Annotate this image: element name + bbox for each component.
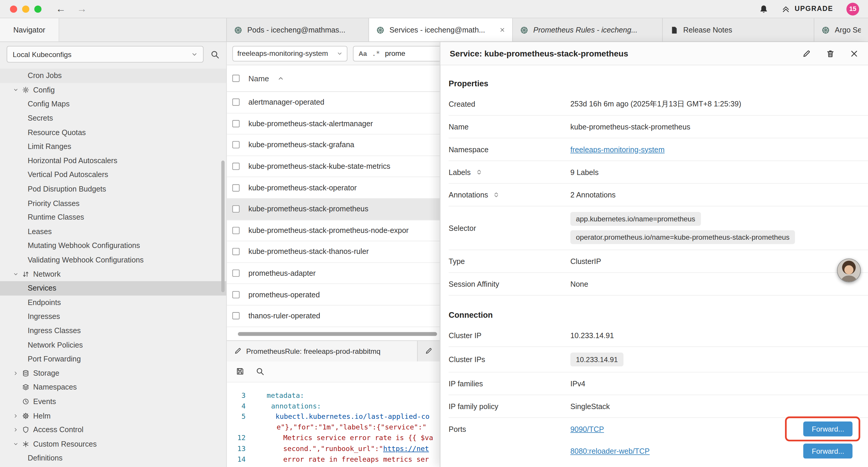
sidebar-item-ingresses[interactable]: Ingresses <box>0 310 226 324</box>
sidebar-item-mutating-webhook-configurations[interactable]: Mutating Webhook Configurations <box>0 238 226 253</box>
sidebar-item-horizontal-pod-autoscalers[interactable]: Horizontal Pod Autoscalers <box>0 154 226 168</box>
table-row[interactable]: kube-prometheus-stack-grafana <box>227 135 440 156</box>
row-checkbox[interactable] <box>232 227 239 234</box>
sidebar-item-definitions[interactable]: Definitions <box>0 451 226 465</box>
save-icon[interactable] <box>236 367 245 376</box>
namespace-link[interactable]: freeleaps-monitoring-system <box>570 145 665 154</box>
minimize-window-button[interactable] <box>22 5 29 12</box>
property-row: 8080:reloader-web/TCPForward... <box>449 440 868 462</box>
search-icon[interactable] <box>210 50 220 59</box>
table-row[interactable]: kube-prometheus-stack-operator <box>227 177 440 199</box>
notification-count-badge[interactable]: 15 <box>846 2 859 15</box>
table-row[interactable]: kube-prometheus-stack-alertmanager <box>227 113 440 135</box>
sort-ascending-icon[interactable] <box>278 76 284 82</box>
table-row[interactable]: kube-prometheus-stack-kube-state-metrics <box>227 156 440 177</box>
expander-icon[interactable] <box>493 192 500 198</box>
navigator-panel-tab[interactable]: Navigator <box>0 18 59 42</box>
notifications-bell-icon[interactable] <box>759 4 769 13</box>
kubernetes-icon <box>234 26 242 34</box>
sidebar-item-config[interactable]: Config <box>0 83 226 97</box>
row-checkbox[interactable] <box>232 269 239 276</box>
row-checkbox[interactable] <box>232 205 239 212</box>
sidebar-item-network-policies[interactable]: Network Policies <box>0 338 226 352</box>
sidebar-item-config-maps[interactable]: Config Maps <box>0 97 226 111</box>
forward-button[interactable]: → <box>77 4 87 14</box>
sidebar-item-leases[interactable]: Leases <box>0 224 226 238</box>
sidebar-item-services[interactable]: Services <box>0 281 226 295</box>
sidebar-item-cron-jobs[interactable]: Cron Jobs <box>0 68 226 83</box>
port-link[interactable]: 9090/TCP <box>570 425 604 433</box>
expander-icon[interactable] <box>476 169 482 175</box>
sidebar-item-helm[interactable]: Helm <box>0 408 226 423</box>
row-checkbox[interactable] <box>232 291 239 298</box>
sidebar-item-vertical-pod-autoscalers[interactable]: Vertical Pod Autoscalers <box>0 168 226 182</box>
tab-pods-icecheng-mathmas[interactable]: Pods - icecheng@mathmas... <box>227 18 369 42</box>
tab-release-notes[interactable]: Release Notes <box>663 18 814 42</box>
sidebar-item-network[interactable]: Network <box>0 267 226 281</box>
avatar[interactable] <box>837 258 861 282</box>
sidebar-item-runtime-classes[interactable]: Runtime Classes <box>0 210 226 224</box>
edit-icon[interactable] <box>802 49 811 58</box>
table-row[interactable]: alertmanager-operated <box>227 92 440 113</box>
pencil-icon <box>234 347 242 355</box>
sidebar-item-resource-quotas[interactable]: Resource Quotas <box>0 125 226 140</box>
sidebar-item-priority-classes[interactable]: Priority Classes <box>0 196 226 210</box>
row-checkbox[interactable] <box>232 141 239 148</box>
yaml-editor[interactable]: 3metadata:4annotations:5kubectl.kubernet… <box>227 382 440 467</box>
dock-tab-partial[interactable] <box>418 341 440 361</box>
row-checkbox[interactable] <box>232 163 239 170</box>
horizontal-scrollbar[interactable] <box>238 332 437 336</box>
port-forward-button[interactable]: Forward... <box>804 421 852 437</box>
upgrade-button[interactable]: UPGRADE <box>782 5 833 13</box>
dock-tab-prometheusrule[interactable]: PrometheusRule: freeleaps-prod-rabbitmq <box>227 341 418 361</box>
sidebar-item-storage[interactable]: Storage <box>0 366 226 380</box>
kubeconfig-select[interactable]: Local Kubeconfigs <box>6 46 204 62</box>
property-row-namespace: Namespacefreeleaps-monitoring-system <box>449 138 868 161</box>
tab-prometheus-rules-icecheng[interactable]: Prometheus Rules - icecheng... <box>513 18 663 42</box>
sidebar-item-ingress-classes[interactable]: Ingress Classes <box>0 324 226 338</box>
tab-label: Pods - icecheng@mathmas... <box>247 26 361 34</box>
name-column-header[interactable]: Name <box>248 74 269 83</box>
close-icon[interactable] <box>850 49 859 58</box>
regex-toggle[interactable]: .* <box>372 50 380 57</box>
row-checkbox[interactable] <box>232 99 239 106</box>
sidebar-item-pod-disruption-budgets[interactable]: Pod Disruption Budgets <box>0 182 226 196</box>
line-number: 14 <box>227 454 252 464</box>
sidebar-item-access-control[interactable]: Access Control <box>0 423 226 437</box>
sidebar-item-events[interactable]: Events <box>0 394 226 408</box>
sidebar-item-custom-resources[interactable]: Custom Resources <box>0 437 226 451</box>
table-row[interactable]: kube-prometheus-stack-prometheus <box>227 199 440 220</box>
delete-icon[interactable] <box>826 49 835 58</box>
sidebar-scrollbar[interactable] <box>221 160 224 292</box>
close-window-button[interactable] <box>10 5 17 12</box>
search-input[interactable] <box>385 49 435 58</box>
sidebar-item-validating-webhook-configurations[interactable]: Validating Webhook Configurations <box>0 253 226 267</box>
table-row[interactable]: kube-prometheus-stack-thanos-ruler <box>227 241 440 263</box>
table-row[interactable]: thanos-ruler-operated <box>227 305 440 327</box>
table-row[interactable]: prometheus-adapter <box>227 263 440 284</box>
editor-search-icon[interactable] <box>255 367 265 376</box>
port-forward-button[interactable]: Forward... <box>804 444 852 459</box>
row-checkbox[interactable] <box>232 248 239 255</box>
search-box[interactable]: Aa .* <box>353 46 440 61</box>
row-checkbox[interactable] <box>232 120 239 127</box>
sidebar-item-limit-ranges[interactable]: Limit Ranges <box>0 140 226 154</box>
tab-argo-se[interactable]: Argo Se <box>814 18 868 42</box>
sidebar-item-endpoints[interactable]: Endpoints <box>0 295 226 310</box>
tab-services-icecheng-math[interactable]: Services - icecheng@math... <box>369 18 513 42</box>
port-link[interactable]: 8080:reloader-web/TCP <box>570 447 650 455</box>
table-row[interactable]: prometheus-operated <box>227 284 440 305</box>
sidebar-item-port-forwarding[interactable]: Port Forwarding <box>0 352 226 366</box>
sidebar-item-secrets[interactable]: Secrets <box>0 111 226 125</box>
back-button[interactable]: ← <box>56 4 66 14</box>
row-checkbox[interactable] <box>232 184 239 191</box>
row-checkbox[interactable] <box>232 313 239 320</box>
zoom-window-button[interactable] <box>34 5 41 12</box>
table-row[interactable]: kube-prometheus-stack-prometheus-node-ex… <box>227 220 440 241</box>
chevron-down-icon <box>13 442 22 447</box>
match-case-toggle[interactable]: Aa <box>359 50 367 57</box>
namespace-select[interactable]: freeleaps-monitoring-system <box>232 46 347 61</box>
sidebar-item-namespaces[interactable]: Namespaces <box>0 380 226 395</box>
close-icon[interactable] <box>500 27 505 33</box>
select-all-checkbox[interactable] <box>232 75 239 82</box>
